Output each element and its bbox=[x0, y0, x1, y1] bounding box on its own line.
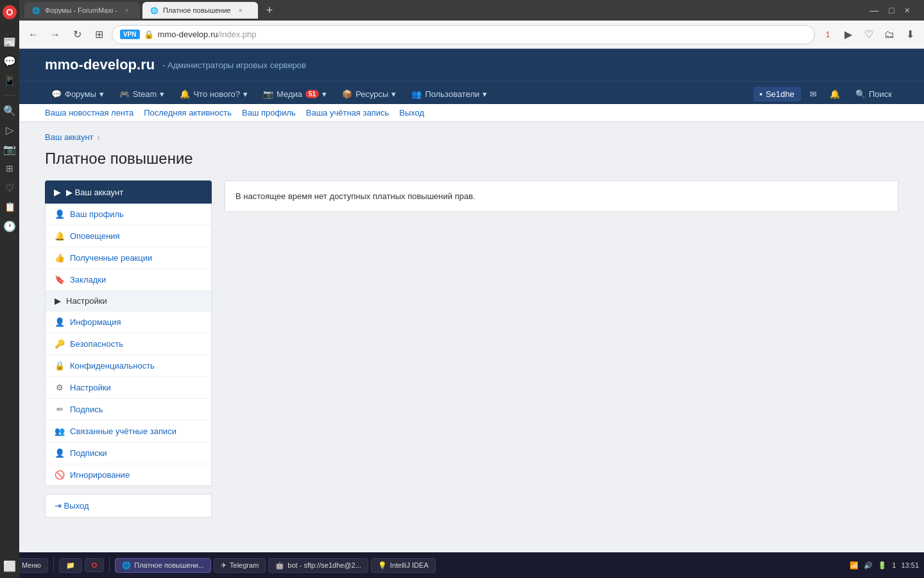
sidebar-item-reactions[interactable]: 👍 Полученные реакции bbox=[46, 247, 211, 269]
forums-icon: 💬 bbox=[51, 89, 62, 99]
opera-taskbar-icon: O bbox=[92, 561, 98, 569]
nav-resources[interactable]: 📦 Ресурсы ▾ bbox=[336, 84, 402, 104]
privacy-icon: 🔒 bbox=[55, 361, 65, 371]
back-button[interactable]: ← bbox=[24, 26, 42, 44]
sidebar-icon-nav[interactable]: ▷ bbox=[3, 123, 17, 137]
taskbar-notifications-count: 1 bbox=[892, 561, 896, 569]
breadcrumb-separator: › bbox=[98, 132, 100, 142]
sidebar-item-security[interactable]: 🔑 Безопасность bbox=[46, 333, 211, 355]
taskbar-sftp-button[interactable]: 🤖 bot - sftp://se1dhe@2... bbox=[268, 558, 368, 573]
taskbar-telegram-button[interactable]: ✈ Telegram bbox=[214, 558, 266, 573]
taskbar-right-area: 📶 🔊 🔋 1 13:51 bbox=[850, 561, 919, 570]
taskbar-divider-2 bbox=[109, 557, 110, 573]
toolbar-actions: 1 ▶ ♡ 🗂 ⬇ bbox=[819, 26, 919, 44]
nav-steam[interactable]: 🎮 Steam ▾ bbox=[113, 84, 171, 104]
sidebar-logout-section: ⇥ Выход bbox=[45, 494, 212, 518]
grid-view-button[interactable]: ⊞ bbox=[90, 26, 108, 44]
resources-icon: 📦 bbox=[342, 89, 352, 99]
favorites-button[interactable]: ♡ bbox=[860, 26, 878, 44]
sidebar-item-alerts[interactable]: 🔔 Оповещения bbox=[46, 225, 211, 247]
sidebar-icon-history[interactable]: 📋 bbox=[3, 200, 17, 214]
vpn-badge: VPN bbox=[120, 30, 140, 39]
bookmarks-icon: 🔖 bbox=[55, 275, 65, 285]
tab-forums[interactable]: 🌐 Форумы - ForumMaxi - × bbox=[24, 2, 140, 19]
sidebar-icon-grid[interactable]: ⊞ bbox=[3, 161, 17, 175]
site-tagline: - Администраторы игровых серверов bbox=[162, 60, 306, 70]
extensions-button[interactable]: 1 bbox=[819, 26, 837, 44]
sidebar-icon-heart[interactable]: ♡ bbox=[3, 180, 17, 195]
sidebar-item-preferences[interactable]: ⚙ Настройки bbox=[46, 377, 211, 399]
nav-whats-new[interactable]: 🔔 Что нового? ▾ bbox=[173, 84, 254, 104]
address-bar[interactable]: VPN 🔒 mmo-develop.ru/index.php bbox=[112, 25, 815, 44]
sub-nav-activity[interactable]: Последняя активность bbox=[144, 108, 232, 118]
taskbar-files-button[interactable]: 📁 bbox=[59, 558, 82, 573]
sidebar-item-profile[interactable]: 👤 Ваш профиль bbox=[46, 204, 211, 225]
sub-nav-profile[interactable]: Ваш профиль bbox=[242, 108, 296, 118]
whatsnew-icon: 🔔 bbox=[180, 89, 190, 99]
media-badge: 51 bbox=[305, 90, 319, 98]
nav-forums[interactable]: 💬 Форумы ▾ bbox=[45, 84, 110, 104]
opera-logo[interactable]: O bbox=[3, 5, 17, 19]
sidebar-icon-news[interactable]: 📰 bbox=[3, 35, 17, 49]
sidebar-item-connected-accounts[interactable]: 👥 Связанные учётные записи bbox=[46, 421, 211, 442]
sidebar-item-privacy[interactable]: 🔒 Конфиденциальность bbox=[46, 355, 211, 377]
sidebar-item-ignoring[interactable]: 🚫 Игнорирование bbox=[46, 464, 211, 486]
sidebar-icon-square[interactable]: ⬜ bbox=[3, 559, 17, 573]
sidebar-icon-whatsapp[interactable]: 📱 bbox=[3, 73, 17, 87]
site-header: mmo-develop.ru - Администраторы игровых … bbox=[19, 49, 924, 81]
sidebar-icon-search[interactable]: 🔍 bbox=[3, 103, 17, 118]
extensions-btn2[interactable]: ▶ bbox=[839, 26, 857, 44]
nav-media[interactable]: 📷 Медиа 51 ▾ bbox=[257, 84, 333, 104]
signature-icon: ✏ bbox=[55, 405, 65, 414]
os-taskbar: ☰ Меню 📁 O 🌐 Платное повышени... ✈ Teleg… bbox=[0, 552, 924, 578]
taskbar-battery-icon: 🔋 bbox=[878, 561, 887, 570]
sidebar-item-information[interactable]: 👤 Информация bbox=[46, 311, 211, 333]
browser-toolbar: ← → ↻ ⊞ VPN 🔒 mmo-develop.ru/index.php 1… bbox=[19, 21, 924, 49]
info-message-box: В настоящее время нет доступных платных … bbox=[225, 180, 898, 212]
sidebar-icon-chat[interactable]: 💬 bbox=[3, 54, 17, 68]
taskbar-browser-tab-active[interactable]: 🌐 Платное повышени... bbox=[115, 558, 211, 573]
new-tab-button[interactable]: + bbox=[261, 1, 278, 19]
main-content-area: В настоящее время нет доступных платных … bbox=[225, 180, 898, 518]
sidebar-item-bookmarks[interactable]: 🔖 Закладки bbox=[46, 269, 211, 291]
sidebar-settings-header[interactable]: ▶ Настройки bbox=[46, 291, 211, 311]
minimize-button[interactable]: — bbox=[866, 4, 882, 17]
address-text: mmo-develop.ru/index.php bbox=[158, 30, 257, 39]
sidebar-account-header[interactable]: ▶ ▶ Ваш аккаунт bbox=[45, 180, 212, 204]
tab-close-upgrade[interactable]: × bbox=[236, 6, 245, 15]
download-button[interactable]: ⬇ bbox=[901, 26, 919, 44]
breadcrumb-account-link[interactable]: Ваш аккаунт bbox=[45, 132, 94, 142]
nav-right: ▪ Se1dhe ✉ 🔔 🔍 Поиск bbox=[753, 84, 898, 104]
nav-alerts[interactable]: 🔔 bbox=[826, 84, 844, 104]
sub-nav-feed[interactable]: Ваша новостная лента bbox=[45, 108, 133, 118]
profile-icon: 👤 bbox=[55, 209, 65, 219]
sidebar-icon-clock[interactable]: 🕐 bbox=[3, 219, 17, 233]
taskbar-opera-button[interactable]: O bbox=[85, 558, 105, 572]
maximize-button[interactable]: □ bbox=[885, 4, 898, 17]
tab-close-forums[interactable]: × bbox=[123, 6, 132, 15]
nav-user[interactable]: ▪ Se1dhe bbox=[753, 87, 801, 101]
alerts-sidebar-icon: 🔔 bbox=[55, 231, 65, 241]
sub-nav-account[interactable]: Ваша учётная запись bbox=[306, 108, 389, 118]
nav-users[interactable]: 👥 Пользователи ▾ bbox=[405, 84, 493, 104]
tab-paid-upgrade[interactable]: 🌐 Платное повышение × bbox=[142, 2, 258, 19]
forward-button[interactable]: → bbox=[46, 26, 64, 44]
nav-messages[interactable]: ✉ bbox=[806, 84, 821, 104]
wallet-button[interactable]: 🗂 bbox=[880, 26, 898, 44]
preferences-icon: ⚙ bbox=[55, 383, 65, 392]
opera-left-sidebar: O 📰 💬 📱 🔍 ▷ 📷 ⊞ ♡ 📋 🕐 ⬜ bbox=[0, 0, 19, 578]
sidebar-icon-camera[interactable]: 📷 bbox=[3, 142, 17, 156]
close-button[interactable]: × bbox=[901, 4, 914, 17]
refresh-button[interactable]: ↻ bbox=[68, 26, 86, 44]
sidebar-item-following[interactable]: 👤 Подписки bbox=[46, 442, 211, 464]
nav-search[interactable]: 🔍 Поиск bbox=[849, 84, 898, 104]
website-content: mmo-develop.ru - Администраторы игровых … bbox=[19, 49, 924, 578]
taskbar-intellij-button[interactable]: 💡 IntelliJ IDEA bbox=[371, 558, 436, 573]
sftp-icon: 🤖 bbox=[275, 561, 284, 570]
content-area: Ваш аккаунт › Платное повышение ▶ ▶ Ваш … bbox=[19, 122, 924, 528]
telegram-icon: ✈ bbox=[221, 561, 227, 570]
sidebar-section-content: 👤 Ваш профиль 🔔 Оповещения 👍 Полученные … bbox=[45, 204, 212, 486]
sub-nav-logout[interactable]: Выход bbox=[399, 108, 424, 118]
sidebar-logout-link[interactable]: ⇥ Выход bbox=[46, 495, 211, 517]
sidebar-item-signature[interactable]: ✏ Подпись bbox=[46, 399, 211, 421]
